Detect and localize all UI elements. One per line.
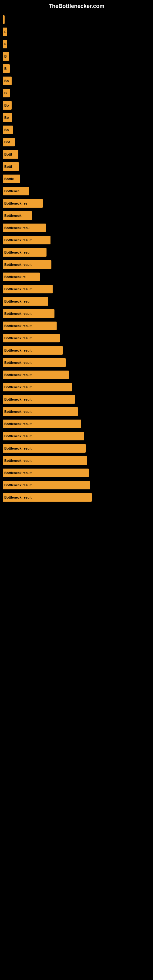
bar-row: Bottle [3, 173, 150, 185]
bar-35: Bottleneck result [3, 432, 84, 441]
bar-31: Bottleneck result [3, 383, 72, 391]
bar-row: Bottleneck result [3, 455, 150, 466]
bar-1 [3, 15, 5, 24]
bar-label-38: Bottleneck result [4, 471, 32, 475]
bar-label-25: Bottleneck result [4, 312, 32, 315]
bar-label-4: B [4, 54, 7, 58]
bar-29: Bottleneck result [3, 358, 66, 367]
bar-22: Bottleneck re [3, 272, 40, 281]
bar-row: Bottleneck res [3, 198, 150, 209]
bar-label-19: Bottleneck result [4, 238, 32, 242]
bar-4: B [3, 52, 9, 60]
bar-row: Bottleneck result [3, 357, 150, 368]
bar-row: Bottleneck result [3, 283, 150, 294]
bar-28: Bottleneck result [3, 346, 63, 355]
bar-row: Bottleneck result [3, 345, 150, 356]
bar-label-33: Bottleneck result [4, 410, 32, 414]
bar-7: B [3, 89, 10, 97]
bar-label-13: Bottl [4, 165, 12, 169]
bar-row: Bottleneck result [3, 406, 150, 417]
bar-row: Bottleneck result [3, 443, 150, 454]
bar-11: Bot [3, 138, 15, 146]
bar-row: Bottleneck result [3, 480, 150, 491]
bar-row: Bottl [3, 149, 150, 160]
bar-row: Bottleneck resu [3, 296, 150, 307]
bar-label-32: Bottleneck result [4, 398, 32, 401]
bar-34: Bottleneck result [3, 420, 81, 428]
bar-row: Bottleneck result [3, 259, 150, 270]
bar-row: Bo [3, 112, 150, 123]
bar-label-26: Bottleneck result [4, 324, 32, 328]
bar-row: Bottleneck result [3, 332, 150, 344]
bar-39: Bottleneck result [3, 481, 90, 489]
bar-label-5: B [4, 67, 7, 70]
bar-label-40: Bottleneck result [4, 495, 32, 499]
bar-19: Bottleneck result [3, 236, 51, 244]
bar-3: E [3, 40, 7, 48]
bar-label-8: Bo [4, 103, 9, 107]
bar-16: Bottleneck res [3, 199, 43, 208]
bar-row: Bo [3, 100, 150, 111]
bar-10: Bo [3, 126, 13, 134]
bar-label-14: Bottle [4, 177, 14, 181]
bar-2: E [3, 27, 7, 36]
bar-row: Bottleneck result [3, 431, 150, 442]
bar-24: Bottleneck resu [3, 297, 48, 305]
bar-row: Bottleneck resu [3, 247, 150, 258]
bar-label-21: Bottleneck result [4, 263, 32, 266]
bar-5: B [3, 64, 10, 73]
bar-row: Bottleneck result [3, 492, 150, 503]
bars-container: EEBBBoBBoBoBoBotBottlBottlBottleBottlene… [0, 11, 153, 504]
bar-26: Bottleneck result [3, 321, 57, 330]
bar-label-3: E [4, 42, 6, 46]
bar-label-18: Bottleneck resu [4, 226, 30, 230]
bar-row: Bo [3, 75, 150, 86]
bar-row: Bottleneck resu [3, 222, 150, 233]
bar-row: Bottleneck [3, 210, 150, 221]
bar-label-39: Bottleneck result [4, 483, 32, 487]
bar-label-2: E [4, 30, 6, 34]
bar-row: Bottleneck result [3, 308, 150, 319]
bar-label-9: Bo [4, 116, 9, 119]
bar-12: Bottl [3, 150, 18, 159]
bar-label-27: Bottleneck result [4, 336, 32, 340]
bar-label-16: Bottleneck res [4, 202, 27, 205]
bar-row: B [3, 63, 150, 74]
bar-15: Bottlenec [3, 187, 29, 196]
bar-label-7: B [4, 91, 7, 95]
bar-8: Bo [3, 101, 12, 110]
bar-row [3, 14, 150, 25]
bar-27: Bottleneck result [3, 334, 60, 342]
bar-17: Bottleneck [3, 211, 32, 220]
bar-row: Bottlenec [3, 186, 150, 197]
bar-label-28: Bottleneck result [4, 348, 32, 352]
bar-row: Bottleneck result [3, 394, 150, 405]
bar-row: Bottleneck result [3, 235, 150, 246]
bar-label-10: Bo [4, 128, 9, 132]
bar-row: B [3, 88, 150, 99]
bar-row: E [3, 26, 150, 37]
bar-label-6: Bo [4, 79, 9, 83]
bar-row: Bottleneck result [3, 382, 150, 393]
bar-6: Bo [3, 76, 12, 85]
bar-row: Bottleneck result [3, 320, 150, 331]
bar-label-29: Bottleneck result [4, 361, 32, 364]
bar-label-36: Bottleneck result [4, 447, 32, 450]
bar-label-31: Bottleneck result [4, 385, 32, 389]
bar-label-11: Bot [4, 140, 10, 144]
bar-row: B [3, 51, 150, 62]
bar-label-20: Bottleneck resu [4, 250, 30, 254]
bar-label-23: Bottleneck result [4, 287, 32, 291]
bar-label-30: Bottleneck result [4, 373, 32, 377]
bar-row: Bottleneck re [3, 271, 150, 282]
bar-14: Bottle [3, 175, 20, 183]
bar-37: Bottleneck result [3, 456, 87, 465]
bar-21: Bottleneck result [3, 260, 51, 269]
bar-20: Bottleneck resu [3, 248, 46, 257]
bar-18: Bottleneck resu [3, 224, 46, 232]
bar-label-17: Bottleneck [4, 214, 21, 218]
bar-label-22: Bottleneck re [4, 275, 26, 279]
bar-row: Bottleneck result [3, 418, 150, 430]
bar-23: Bottleneck result [3, 285, 53, 293]
bar-label-37: Bottleneck result [4, 459, 32, 463]
